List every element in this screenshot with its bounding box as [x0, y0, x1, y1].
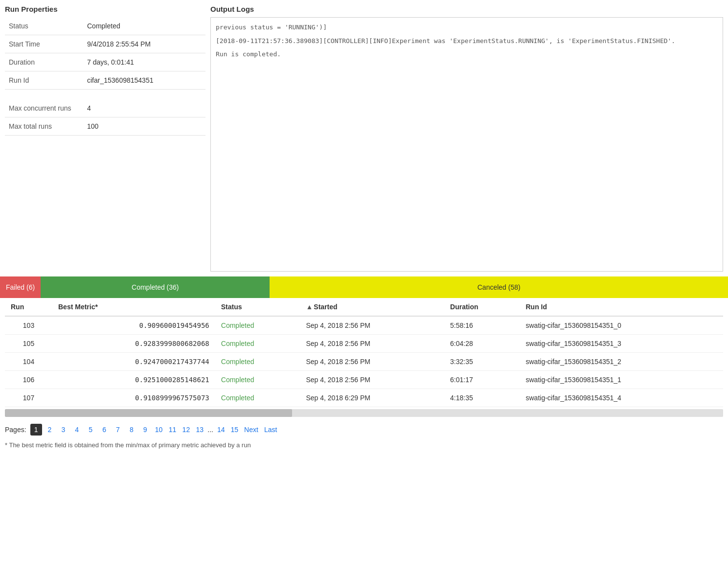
- page-10[interactable]: 10: [153, 424, 165, 436]
- col-header-run_id: Run Id: [520, 298, 724, 316]
- top-section: Run Properties Status Completed Start Ti…: [0, 5, 728, 272]
- output-logs-title: Output Logs: [210, 5, 723, 13]
- best-metric: 0.9251000285148621: [52, 371, 215, 389]
- best-metric: 0.9283999800682068: [52, 335, 215, 353]
- prop-value: Completed: [83, 17, 205, 35]
- duration: 4:18:35: [444, 389, 520, 407]
- main-container: Run Properties Status Completed Start Ti…: [0, 0, 728, 574]
- prop-label: Start Time: [5, 35, 83, 53]
- duration: 5:58:16: [444, 316, 520, 335]
- table-row: 103 0.909600019454956 Completed Sep 4, 2…: [5, 316, 723, 335]
- footnote: * The best metric field is obtained from…: [0, 438, 728, 454]
- prop-label: Duration: [5, 53, 83, 71]
- page-1[interactable]: 1: [30, 424, 42, 436]
- prop-value: 7 days, 0:01:41: [83, 53, 205, 71]
- prop-value: 4: [83, 99, 205, 117]
- page-7[interactable]: 7: [112, 424, 124, 436]
- horiz-scroll-thumb: [5, 409, 292, 417]
- page-11[interactable]: 11: [167, 424, 179, 436]
- page-12[interactable]: 12: [180, 424, 192, 436]
- page-13[interactable]: 13: [194, 424, 205, 436]
- run-status: Completed: [215, 389, 300, 407]
- best-metric: 0.909600019454956: [52, 316, 215, 335]
- status-bar: Failed (6) Completed (36) Canceled (58): [0, 276, 728, 298]
- run-status: Completed: [215, 371, 300, 389]
- prop-label: Run Id: [5, 71, 83, 90]
- prop-row: Duration 7 days, 0:01:41: [5, 53, 205, 71]
- run-num: 104: [5, 353, 52, 371]
- col-header-status[interactable]: Status: [215, 298, 300, 316]
- run-properties-panel: Run Properties Status Completed Start Ti…: [5, 5, 205, 272]
- runs-table-container: RunBest Metric*Status▲StartedDurationRun…: [0, 298, 728, 407]
- page-15[interactable]: 15: [229, 426, 241, 434]
- page-14[interactable]: 14: [215, 426, 227, 434]
- col-header-duration: Duration: [444, 298, 520, 316]
- duration: 6:04:28: [444, 335, 520, 353]
- table-row: 107 0.9108999967575073 Completed Sep 4, …: [5, 389, 723, 407]
- duration: 6:01:17: [444, 371, 520, 389]
- col-header-best_metric: Best Metric*: [52, 298, 215, 316]
- run-id: swatig-cifar_1536098154351_4: [520, 389, 724, 407]
- prop-value: 9/4/2018 2:55:54 PM: [83, 35, 205, 53]
- page-9[interactable]: 9: [139, 424, 151, 436]
- best-metric: 0.9247000217437744: [52, 353, 215, 371]
- page-3[interactable]: 3: [57, 424, 69, 436]
- pagination: Pages: 1 2 3 4 5 6 7 8 9 10 11 12 13 ...…: [0, 419, 728, 438]
- table-row: 105 0.9283999800682068 Completed Sep 4, …: [5, 335, 723, 353]
- run-id: swatig-cifar_1536098154351_2: [520, 353, 724, 371]
- run-properties-title: Run Properties: [5, 5, 205, 13]
- page-4[interactable]: 4: [71, 424, 83, 436]
- col-header-started[interactable]: ▲Started: [300, 298, 444, 316]
- run-id: swatig-cifar_1536098154351_1: [520, 371, 724, 389]
- log-line: Run is completed.: [216, 49, 718, 59]
- prop-label: Max concurrent runs: [5, 99, 83, 117]
- started: Sep 4, 2018 2:56 PM: [300, 371, 444, 389]
- prop-row: Max concurrent runs 4: [5, 99, 205, 117]
- page-5[interactable]: 5: [85, 424, 96, 436]
- run-status: Completed: [215, 316, 300, 335]
- next-button[interactable]: Next: [242, 426, 260, 434]
- prop-label: Max total runs: [5, 117, 83, 136]
- table-row: 106 0.9251000285148621 Completed Sep 4, …: [5, 371, 723, 389]
- prop-label: Status: [5, 17, 83, 35]
- started: Sep 4, 2018 2:56 PM: [300, 335, 444, 353]
- page-6[interactable]: 6: [98, 424, 110, 436]
- log-box[interactable]: previous status = 'RUNNING')][2018-09-11…: [210, 17, 723, 272]
- run-status: Completed: [215, 353, 300, 371]
- run-id: swatig-cifar_1536098154351_0: [520, 316, 724, 335]
- run-properties-table: Status Completed Start Time 9/4/2018 2:5…: [5, 17, 205, 136]
- table-row: 104 0.9247000217437744 Completed Sep 4, …: [5, 353, 723, 371]
- started: Sep 4, 2018 2:56 PM: [300, 316, 444, 335]
- run-num: 106: [5, 371, 52, 389]
- run-id: swatig-cifar_1536098154351_3: [520, 335, 724, 353]
- started: Sep 4, 2018 2:56 PM: [300, 353, 444, 371]
- page-8[interactable]: 8: [126, 424, 137, 436]
- status-canceled[interactable]: Canceled (58): [270, 276, 728, 298]
- last-button[interactable]: Last: [262, 426, 279, 434]
- col-header-run: Run: [5, 298, 52, 316]
- prop-row: Run Id cifar_1536098154351: [5, 71, 205, 90]
- run-num: 105: [5, 335, 52, 353]
- prop-row: Max total runs 100: [5, 117, 205, 136]
- prop-value: 100: [83, 117, 205, 136]
- started: Sep 4, 2018 6:29 PM: [300, 389, 444, 407]
- horizontal-scrollbar[interactable]: [5, 409, 723, 417]
- log-line: [2018-09-11T21:57:36.389083][CONTROLLER]…: [216, 36, 718, 46]
- status-completed[interactable]: Completed (36): [41, 276, 270, 298]
- best-metric: 0.9108999967575073: [52, 389, 215, 407]
- run-num: 107: [5, 389, 52, 407]
- prop-value: cifar_1536098154351: [83, 71, 205, 90]
- log-line: previous status = 'RUNNING')]: [216, 23, 718, 32]
- prop-row: Start Time 9/4/2018 2:55:54 PM: [5, 35, 205, 53]
- runs-table: RunBest Metric*Status▲StartedDurationRun…: [5, 298, 723, 407]
- status-failed[interactable]: Failed (6): [0, 276, 41, 298]
- run-status: Completed: [215, 335, 300, 353]
- page-2[interactable]: 2: [44, 424, 55, 436]
- prop-row: Status Completed: [5, 17, 205, 35]
- output-logs-panel: Output Logs previous status = 'RUNNING')…: [210, 5, 723, 272]
- pagination-dots: ...: [207, 426, 213, 434]
- duration: 3:32:35: [444, 353, 520, 371]
- run-num: 103: [5, 316, 52, 335]
- pages-label: Pages:: [5, 426, 26, 434]
